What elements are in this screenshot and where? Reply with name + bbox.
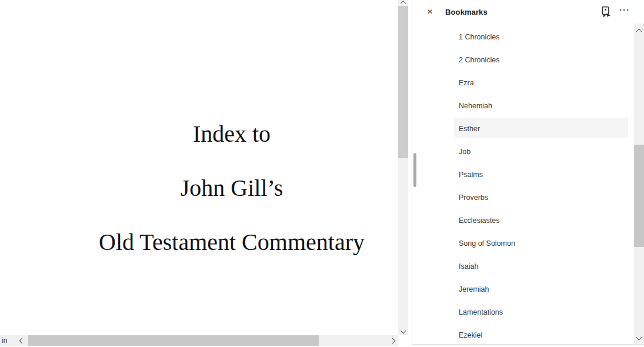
bookmark-item-label: Proverbs (459, 193, 488, 202)
page-size-unit-label: in (2, 336, 7, 345)
bookmark-item-label: Song of Solomon (459, 239, 515, 248)
bookmark-item[interactable]: Ezra (412, 71, 635, 94)
new-bookmark-button[interactable] (600, 6, 612, 18)
bookmarks-vertical-scrollbar-thumb[interactable] (634, 145, 644, 247)
bookmarks-panel-header: ✕ Bookmarks ··· (412, 0, 644, 24)
bookmark-item-label: Lamentations (459, 308, 503, 316)
chevron-right-icon (390, 338, 396, 343)
bookmark-item-label: Ezekiel (459, 331, 482, 339)
scroll-right-button[interactable] (388, 335, 397, 346)
bookmarks-scroll-down-button[interactable] (634, 332, 644, 342)
panel-bottom-divider (412, 344, 644, 345)
scroll-down-button[interactable] (398, 326, 408, 335)
bookmark-item[interactable]: 1 Chronicles (412, 25, 635, 48)
chevron-down-icon (636, 334, 642, 340)
bookmarks-panel-title: Bookmarks (445, 8, 488, 16)
document-horizontal-scrollbar[interactable]: in (0, 335, 398, 346)
bookmark-item[interactable]: Nehemiah (412, 94, 635, 117)
panel-resize-handle[interactable] (413, 153, 416, 187)
new-bookmark-icon (600, 6, 612, 18)
bookmark-item-highlight (454, 72, 628, 92)
bookmark-item[interactable]: Esther (412, 117, 635, 140)
chevron-up-icon (636, 28, 642, 34)
bookmark-item-label: Ecclesiastes (459, 216, 499, 225)
bookmarks-panel-actions: ··· (600, 6, 630, 18)
bookmark-item[interactable]: Ezekiel (412, 323, 635, 344)
bookmark-item[interactable]: Jeremiah (412, 278, 635, 301)
doc-title-line-1: Index to (193, 121, 271, 148)
bookmarks-vertical-scrollbar[interactable] (634, 24, 644, 344)
bookmark-item-label: Nehemiah (459, 102, 492, 110)
bookmark-item-label: Psalms (459, 171, 483, 179)
bookmark-item-highlight (454, 118, 628, 138)
doc-title-line-3: Old Testament Commentary (99, 229, 365, 256)
bookmark-item[interactable]: Proverbs (412, 186, 635, 209)
scroll-up-button[interactable] (398, 0, 408, 6)
panel-options-button[interactable]: ··· (619, 7, 630, 16)
bookmarks-panel: ✕ Bookmarks ··· 1 Chronicles 2 Chronicle… (412, 0, 644, 347)
close-panel-button[interactable]: ✕ (427, 8, 433, 15)
bookmark-item-label: Isaiah (459, 262, 478, 271)
bookmark-item-label: Jeremiah (459, 285, 489, 293)
bookmark-item[interactable]: Psalms (412, 163, 635, 186)
bookmark-item[interactable]: Ecclesiastes (412, 209, 635, 232)
bookmark-item-label: 2 Chronicles (459, 56, 499, 64)
bookmark-item[interactable]: Isaiah (412, 255, 635, 278)
scroll-left-button[interactable] (17, 335, 27, 346)
bookmarks-scroll-up-button[interactable] (634, 26, 644, 35)
chevron-left-icon (19, 338, 25, 343)
bookmark-item[interactable]: 2 Chronicles (412, 48, 635, 71)
bookmark-item-label: Job (459, 148, 471, 156)
doc-title-line-2: John Gill’s (181, 175, 283, 202)
document-horizontal-scrollbar-thumb[interactable] (28, 335, 319, 346)
bookmarks-list: 1 Chronicles 2 Chronicles Ezra Nehemiah … (412, 25, 635, 344)
bookmark-item[interactable]: Lamentations (412, 301, 635, 323)
bookmark-item-label: 1 Chronicles (459, 33, 499, 41)
bookmark-item[interactable]: Song of Solomon (412, 232, 635, 255)
bookmark-item-label: Esther (459, 125, 480, 133)
document-page: Index to John Gill’s Old Testament Comme… (0, 0, 398, 335)
bookmark-item[interactable]: Job (412, 140, 635, 163)
chevron-down-icon (401, 328, 406, 333)
bookmark-item-highlight (454, 141, 628, 161)
document-vertical-scrollbar[interactable] (398, 0, 408, 335)
bookmark-item-label: Ezra (459, 79, 474, 87)
bookmark-item-highlight (454, 255, 628, 276)
document-vertical-scrollbar-thumb[interactable] (398, 6, 408, 158)
chevron-up-icon (401, 0, 406, 6)
